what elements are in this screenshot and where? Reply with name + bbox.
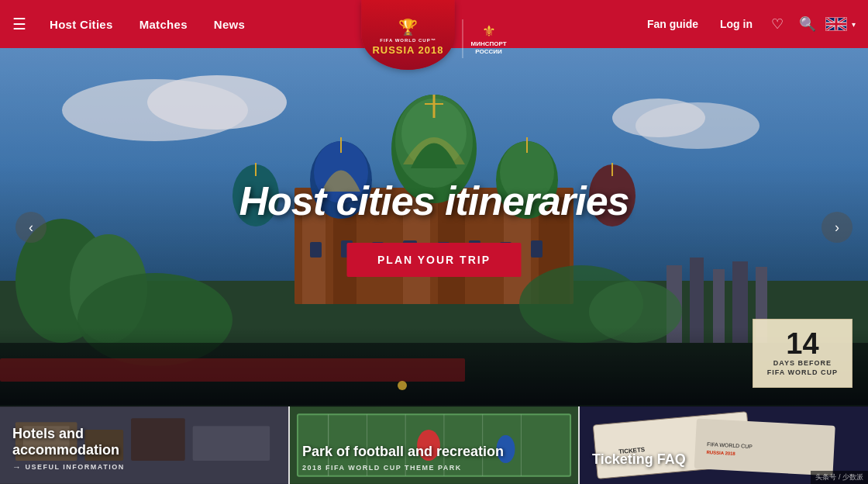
- card-football-title: Park of football and recreation: [302, 444, 504, 461]
- card-hotels[interactable]: Hotels andaccommodation → USEFUL INFORMA…: [0, 406, 288, 484]
- card-ticketing-content: Ticketing FAQ: [592, 451, 686, 472]
- russia-year-text: RUSSIA 2018: [372, 44, 443, 56]
- language-chevron[interactable]: ▾: [852, 20, 856, 29]
- countdown-badge: 14 DAYS BEFORE FIFA WORLD CUP: [753, 319, 852, 388]
- watermark: 头条号 / 少数派: [811, 471, 868, 484]
- header-right: Fan guide Log in ♡ 🔍 ▾: [638, 16, 856, 33]
- header-left: ☰ Host Cities Matches News: [12, 0, 256, 48]
- ministry-eagle-icon: ⚜: [482, 22, 496, 40]
- card-hotels-title: Hotels andaccommodation: [12, 426, 125, 459]
- countdown-label: DAYS BEFORE FIFA WORLD CUP: [767, 358, 838, 378]
- card-hotels-content: Hotels andaccommodation → USEFUL INFORMA…: [12, 426, 125, 472]
- search-icon[interactable]: 🔍: [793, 16, 822, 33]
- nav-matches[interactable]: Matches: [129, 0, 198, 48]
- ministry-logo: ⚜ МИНСПОРТРОССИИ: [470, 22, 506, 57]
- card-football-park[interactable]: Park of football and recreation 2018 FIF…: [288, 406, 578, 484]
- nav-news[interactable]: News: [203, 0, 256, 48]
- trophy-icon: 🏆: [398, 18, 418, 36]
- card-football-content: Park of football and recreation 2018 FIF…: [302, 444, 504, 472]
- card-football-subtitle: 2018 FIFA WORLD CUP THEME PARK: [302, 464, 504, 472]
- header-logo-area: 🏆 FIFA WORLD CUP™ RUSSIA 2018 ⚜ МИНСПОРТ…: [361, 0, 506, 70]
- hero-title: Host cities itineraries: [239, 178, 629, 224]
- countdown-number: 14: [767, 329, 838, 358]
- hamburger-icon[interactable]: ☰: [12, 15, 26, 33]
- svg-rect-58: [131, 418, 185, 461]
- plan-trip-button[interactable]: PLAN YOUR TRIP: [346, 243, 522, 277]
- hero-content: Host cities itineraries PLAN YOUR TRIP: [239, 178, 629, 277]
- nav-host-cities[interactable]: Host Cities: [39, 0, 124, 48]
- card-hotels-arrow-icon: →: [12, 462, 22, 472]
- ministry-text: МИНСПОРТРОССИИ: [470, 40, 506, 57]
- fifa-text: FIFA WORLD CUP™: [380, 38, 436, 43]
- svg-rect-59: [193, 426, 270, 461]
- cards-section: Hotels andaccommodation → USEFUL INFORMA…: [0, 406, 868, 484]
- fan-guide-link[interactable]: Fan guide: [638, 18, 708, 30]
- hero-prev-button[interactable]: ‹: [16, 212, 46, 243]
- login-link[interactable]: Log in: [711, 18, 762, 30]
- card-ticketing-title: Ticketing FAQ: [592, 451, 686, 468]
- hero-next-button[interactable]: ›: [822, 212, 852, 243]
- hero-section: Host cities itineraries PLAN YOUR TRIP ‹…: [0, 48, 868, 406]
- fifa-logo-badge[interactable]: 🏆 FIFA WORLD CUP™ RUSSIA 2018: [361, 0, 454, 70]
- header: ☰ Host Cities Matches News 🏆 FIFA WORLD …: [0, 0, 868, 48]
- language-flag[interactable]: [825, 17, 847, 31]
- card-hotels-subtitle: → USEFUL INFORMATION: [12, 462, 125, 472]
- logo-divider: [462, 19, 463, 58]
- heart-icon[interactable]: ♡: [765, 16, 790, 33]
